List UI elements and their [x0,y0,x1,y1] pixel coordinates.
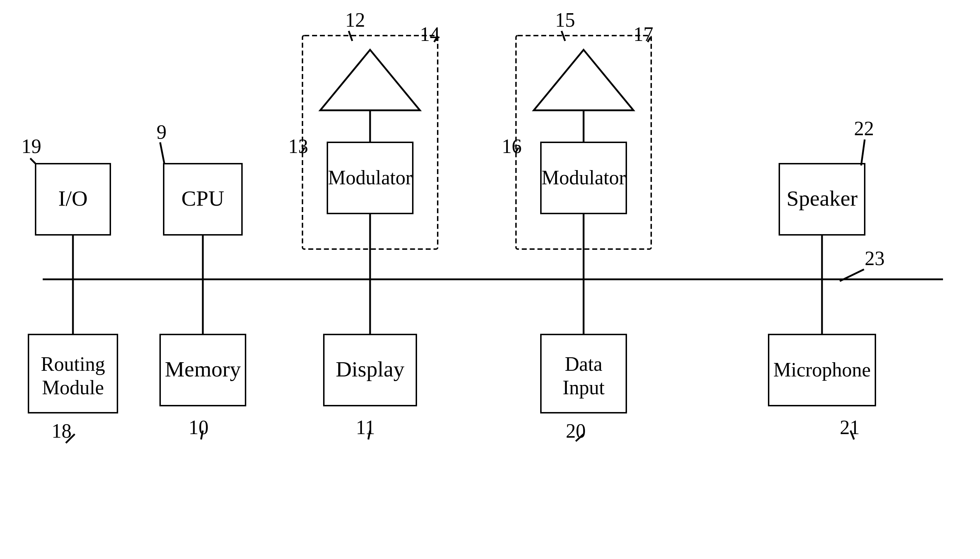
cpu-component: CPU 9 [157,121,242,280]
bus-speaker-ref: 23 [865,247,885,270]
mod2-group-ref: 17 [633,23,653,45]
io-ref: 19 [21,135,41,157]
microphone-label: Microphone [773,359,871,381]
svg-line-5 [160,142,164,164]
mod1-label: Modulator [328,167,412,189]
routing-ref: 18 [51,420,71,442]
memory-label: Memory [165,357,241,381]
routing-label2: Module [42,377,104,399]
io-component: I/O 19 [21,135,110,280]
routing-label1: Routing [41,353,105,375]
datainput-label2: Input [563,377,605,399]
diagram-container: .box { fill: white; stroke: black; strok… [0,0,980,559]
datainput-ref: 20 [566,420,586,442]
speaker-label: Speaker [787,186,858,210]
memory-ref: 10 [188,416,208,438]
datainput-component: Data Input 20 [541,280,626,442]
modulator1-group: Modulator 12 14 13 [288,9,440,280]
routing-component: Routing Module 18 [28,280,117,443]
display-label: Display [336,357,405,381]
mod1-group-ref: 14 [420,23,440,45]
speaker-ref: 22 [854,117,874,139]
mod2-ref: 16 [502,135,522,157]
speaker-component: Speaker 22 23 [779,117,885,281]
modulator2-group: Modulator 15 17 16 [502,9,653,280]
mod2-antenna-ref: 15 [555,9,575,31]
datainput-label1: Data [565,353,602,375]
microphone-component: Microphone 21 [768,280,875,440]
svg-line-2 [30,158,36,164]
mod1-antenna-ref: 12 [345,9,365,31]
microphone-ref: 21 [840,416,860,438]
mod1-ref: 13 [288,135,308,157]
display-ref: 11 [356,416,375,438]
cpu-ref: 9 [157,121,167,143]
mod2-label: Modulator [542,167,626,189]
io-label: I/O [58,186,88,210]
memory-component: Memory 10 [160,280,246,440]
display-component: Display 11 [324,280,416,440]
cpu-label: CPU [182,186,225,210]
svg-line-24 [861,139,865,165]
